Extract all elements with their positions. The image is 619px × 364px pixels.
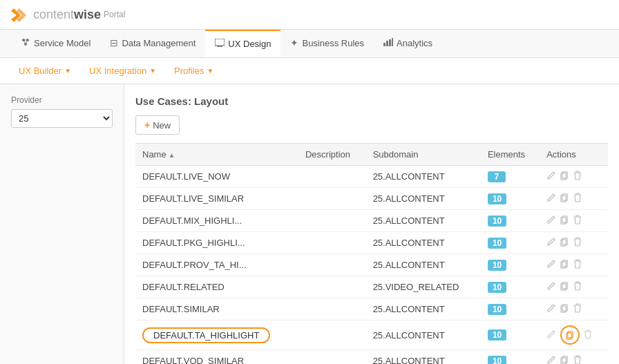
- cell-actions: [540, 320, 608, 350]
- table-row: DEFAULT.PKG_HIGHLI...25.ALLCONTENT10: [135, 232, 608, 254]
- edit-icon[interactable]: [546, 329, 556, 341]
- cell-actions: [540, 350, 608, 364]
- edit-icon[interactable]: [546, 171, 556, 182]
- provider-label: Provider: [11, 95, 113, 105]
- cell-subdomain: 25.ALLCONTENT: [366, 254, 481, 276]
- table-row: DEFAULT.LIVE_SIMILAR25.ALLCONTENT10: [135, 188, 608, 210]
- col-subdomain: Subdomain: [366, 144, 481, 166]
- svg-rect-12: [383, 43, 385, 46]
- col-name[interactable]: Name: [135, 144, 298, 166]
- nav-ux-design[interactable]: UX Design: [205, 30, 280, 57]
- copy-icon[interactable]: [560, 193, 569, 204]
- table-row: DEFAULT.VOD_SIMILAR25.ALLCONTENT10: [135, 350, 608, 364]
- edit-icon[interactable]: [546, 259, 556, 271]
- svg-rect-8: [215, 39, 225, 46]
- cell-description: [298, 210, 366, 232]
- copy-icon[interactable]: [560, 237, 569, 249]
- content-area: Use Cases: Layout + New Name Description…: [124, 84, 619, 364]
- delete-icon[interactable]: [573, 355, 582, 364]
- cell-subdomain: 25.ALLCONTENT: [366, 232, 481, 254]
- edit-icon[interactable]: [546, 237, 556, 249]
- delete-icon[interactable]: [573, 215, 582, 227]
- app-header: contentwise Portal: [0, 0, 619, 30]
- copy-icon[interactable]: [560, 281, 569, 293]
- svg-rect-13: [386, 41, 388, 46]
- copy-icon[interactable]: [560, 171, 569, 182]
- delete-icon[interactable]: [584, 329, 592, 341]
- cell-actions: [540, 188, 608, 210]
- copy-icon[interactable]: [560, 215, 569, 227]
- edit-icon[interactable]: [546, 303, 556, 315]
- nav-service-model[interactable]: Service Model: [11, 30, 100, 57]
- table-row: DEFAULT.SIMILAR25.ALLCONTENT10: [135, 298, 608, 320]
- delete-icon[interactable]: [573, 237, 582, 249]
- plus-icon: +: [144, 119, 150, 131]
- cell-name: DEFAULT.VOD_SIMILAR: [135, 350, 298, 364]
- copy-icon[interactable]: [560, 325, 580, 345]
- copy-icon[interactable]: [560, 303, 569, 315]
- cell-name: DEFAULT.PKG_HIGHLI...: [135, 232, 298, 254]
- main-content: Provider 25 Use Cases: Layout + New Name…: [0, 84, 619, 364]
- sub-nav: UX Builder ▼ UX Integration ▼ Profiles ▼: [0, 58, 619, 84]
- cell-name: DEFAULT.SIMILAR: [135, 298, 298, 320]
- cell-actions: [540, 232, 608, 254]
- copy-icon[interactable]: [560, 259, 569, 271]
- cell-name: DEFAULT.RELATED: [135, 276, 298, 298]
- svg-rect-15: [392, 38, 393, 46]
- cell-description: [298, 188, 366, 210]
- cell-actions: [540, 210, 608, 232]
- subnav-ux-integration-label: UX Integration: [89, 66, 146, 76]
- new-button[interactable]: + New: [135, 115, 180, 135]
- table-header-row: Name Description Subdomain Elements Acti…: [135, 144, 608, 166]
- delete-icon[interactable]: [573, 303, 582, 315]
- cell-subdomain: 25.VIDEO_RELATED: [366, 276, 481, 298]
- nav-data-management[interactable]: ⊟ Data Management: [100, 30, 205, 57]
- cell-subdomain: 25.ALLCONTENT: [366, 188, 481, 210]
- nav-analytics[interactable]: Analytics: [374, 30, 442, 57]
- subnav-profiles[interactable]: Profiles ▼: [166, 62, 221, 79]
- edit-icon[interactable]: [546, 355, 556, 364]
- cell-elements: 7: [481, 166, 540, 188]
- delete-icon[interactable]: [573, 193, 582, 204]
- cell-name: DEFAULT.TA_HIGHLIGHT: [135, 320, 298, 350]
- ux-builder-caret-icon: ▼: [64, 67, 71, 75]
- subnav-ux-builder-label: UX Builder: [19, 66, 61, 76]
- profiles-caret-icon: ▼: [207, 67, 213, 75]
- main-nav: Service Model ⊟ Data Management UX Desig…: [0, 30, 619, 58]
- cell-name: DEFAULT.PROV_TA_HI...: [135, 254, 298, 276]
- cell-elements: 10: [481, 254, 540, 276]
- cell-elements: 10: [481, 350, 540, 364]
- ux-design-icon: [215, 38, 225, 49]
- use-cases-table: Name Description Subdomain Elements Acti…: [135, 143, 608, 364]
- cell-subdomain: 25.ALLCONTENT: [366, 350, 481, 364]
- cell-subdomain: 25.ALLCONTENT: [366, 320, 481, 350]
- cell-elements: 10: [481, 188, 540, 210]
- subnav-ux-integration[interactable]: UX Integration ▼: [82, 62, 164, 79]
- nav-business-rules[interactable]: ✦ Business Rules: [280, 30, 374, 57]
- cell-actions: [540, 276, 608, 298]
- delete-icon[interactable]: [573, 259, 582, 271]
- edit-icon[interactable]: [546, 215, 556, 227]
- edit-icon[interactable]: [546, 193, 556, 204]
- cell-subdomain: 25.ALLCONTENT: [366, 166, 481, 188]
- cell-name: DEFAULT.MIX_HIGHLI...: [135, 210, 298, 232]
- table-row: DEFAULT.MIX_HIGHLI...25.ALLCONTENT10: [135, 210, 608, 232]
- nav-business-rules-label: Business Rules: [302, 38, 364, 48]
- nav-analytics-label: Analytics: [397, 38, 432, 48]
- logo: contentwise Portal: [11, 6, 125, 23]
- subnav-ux-builder[interactable]: UX Builder ▼: [11, 62, 79, 79]
- cell-elements: 10: [481, 276, 540, 298]
- cell-subdomain: 25.ALLCONTENT: [366, 298, 481, 320]
- business-rules-icon: ✦: [290, 37, 298, 48]
- cell-name: DEFAULT.LIVE_NOW: [135, 166, 298, 188]
- svg-rect-14: [389, 39, 391, 46]
- cell-subdomain: 25.ALLCONTENT: [366, 210, 481, 232]
- edit-icon[interactable]: [546, 281, 556, 293]
- col-description: Description: [298, 144, 366, 166]
- delete-icon[interactable]: [573, 281, 582, 293]
- cell-elements: 10: [481, 232, 540, 254]
- copy-icon[interactable]: [560, 355, 569, 364]
- cell-actions: [540, 298, 608, 320]
- provider-select[interactable]: 25: [11, 109, 113, 128]
- delete-icon[interactable]: [573, 171, 582, 182]
